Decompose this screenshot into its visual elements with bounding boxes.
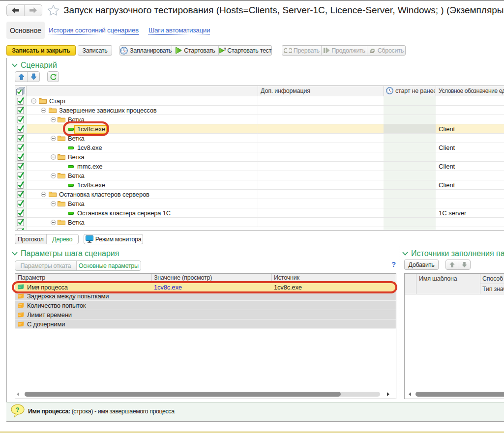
- svg-text:?: ?: [224, 47, 227, 52]
- svg-text:?: ?: [16, 406, 20, 413]
